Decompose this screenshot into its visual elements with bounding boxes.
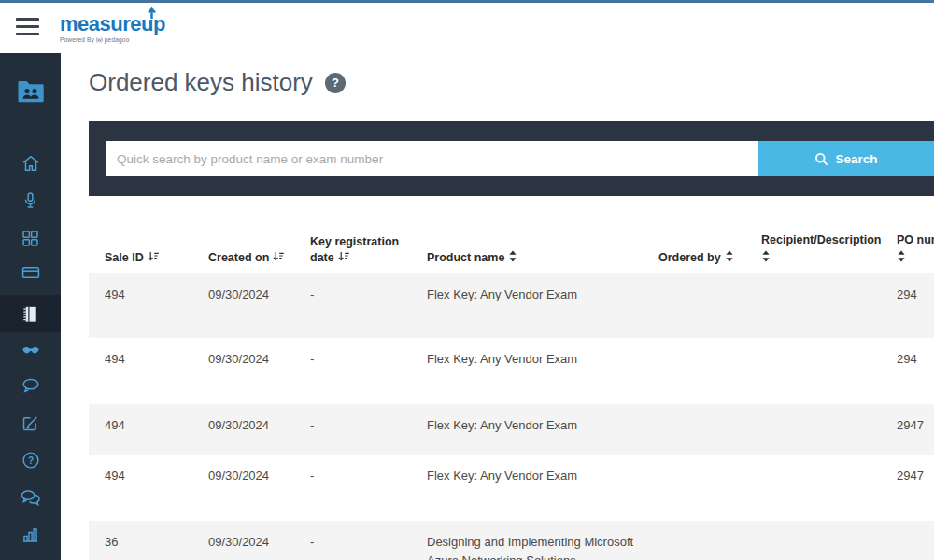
accounts-folder-icon [17,78,45,104]
sort-amount-down-icon [338,251,350,262]
sidebar-item-reports[interactable] [0,516,61,553]
sidebar-item-compose[interactable] [0,404,61,441]
sort-amount-down-icon [273,251,285,262]
sidebar-item-accounts[interactable] [0,70,61,111]
cell-created-on: 09/30/2024 [192,338,294,404]
cell-ordered-by [643,273,745,338]
sidebar-nav: ? [0,53,61,560]
cell-ordered-by [643,455,745,521]
edit-icon [21,413,40,433]
table-row: 494 09/30/2024 - Flex Key: Any Vendor Ex… [89,455,934,521]
credit-card-icon [21,262,41,283]
search-button-label: Search [835,152,877,166]
bar-chart-icon [21,525,40,545]
cell-recipient [745,521,881,560]
cell-sale-id: 494 [89,273,192,338]
column-header-created-on[interactable]: Created on [192,224,294,273]
cell-product-name: Flex Key: Any Vendor Exam [411,455,643,521]
sort-updown-icon [761,250,771,262]
cell-key-registration-date: - [294,404,411,455]
column-header-key-registration-date[interactable]: Key registration date [294,224,411,273]
cell-key-registration-date: - [294,521,411,560]
column-header-po-number[interactable]: PO number [881,224,934,273]
page-title: Ordered keys history [89,68,313,97]
cell-recipient [745,455,881,521]
sidebar-item-ordered-keys[interactable] [0,295,61,332]
cell-po-number: 294 [881,338,934,404]
measureup-logo[interactable]: measureup Powered By ⒲ pedagoo [60,12,165,45]
cell-po-number [881,521,934,560]
top-bar: measureup Powered By ⒲ pedagoo [0,3,934,53]
table-row: 494 09/30/2024 - Flex Key: Any Vendor Ex… [89,404,934,455]
search-icon [814,152,828,166]
cell-product-name: Flex Key: Any Vendor Exam [411,404,643,455]
cell-sale-id: 494 [89,338,192,404]
ordered-keys-table: Sale ID Created on Key registration date… [89,224,934,560]
cell-sale-id: 494 [89,404,192,455]
table-header-row: Sale ID Created on Key registration date… [89,224,934,273]
cell-product-name: Flex Key: Any Vendor Exam [411,273,643,338]
main-content: Ordered keys history ? Search Sale ID Cr… [61,53,934,560]
sidebar-item-help[interactable]: ? [0,441,61,479]
table-row: 494 09/30/2024 - Flex Key: Any Vendor Ex… [89,273,934,338]
cell-key-registration-date: - [294,338,411,404]
search-button[interactable]: Search [758,141,934,176]
logo-up-arrow-icon [147,6,157,20]
cell-created-on: 09/30/2024 [192,521,294,560]
cell-product-name: Designing and Implementing Microsoft Azu… [411,521,643,560]
sidebar-item-billing[interactable] [0,254,61,291]
apps-grid-icon [21,229,40,248]
sidebar-item-messages[interactable] [0,367,61,404]
cell-recipient [745,338,881,404]
column-header-recipient-description[interactable]: Recipient/Description [745,224,881,273]
cell-key-registration-date: - [294,455,411,521]
microphone-icon [21,190,40,211]
comments-icon [20,487,41,509]
search-input[interactable] [106,141,758,176]
sidebar-item-forum[interactable] [0,479,61,516]
sort-updown-icon [725,250,734,262]
cell-po-number: 2947 [881,404,934,455]
cell-sale-id: 36 [89,521,192,560]
svg-text:?: ? [27,455,33,466]
help-icon: ? [21,450,41,470]
cell-sale-id: 494 [89,455,192,521]
sort-updown-icon [897,250,906,262]
cell-po-number: 2947 [881,455,934,521]
column-header-product-name[interactable]: Product name [411,224,643,273]
hamburger-menu-icon[interactable] [16,18,40,38]
cell-ordered-by [643,404,745,455]
home-icon [21,153,41,174]
cell-created-on: 09/30/2024 [192,404,294,455]
mask-icon [21,341,41,361]
cell-created-on: 09/30/2024 [192,455,294,521]
comment-icon [21,375,41,396]
sort-amount-down-icon [148,251,160,262]
cell-created-on: 09/30/2024 [192,273,294,338]
sort-updown-icon [508,250,517,262]
sidebar-item-home[interactable] [0,145,61,182]
sidebar-item-proctoring[interactable] [0,332,61,370]
column-header-ordered-by[interactable]: Ordered by [643,224,745,273]
cell-recipient [745,404,881,455]
cell-ordered-by [643,521,745,560]
sidebar-item-microphone[interactable] [0,182,61,219]
page-help-icon[interactable]: ? [325,73,346,93]
table-row: 494 09/30/2024 - Flex Key: Any Vendor Ex… [89,338,934,404]
cell-key-registration-date: - [294,273,411,338]
search-bar: Search [89,121,934,196]
ordered-keys-book-icon [20,303,41,325]
cell-ordered-by [643,338,745,404]
table-row: 36 09/30/2024 - Designing and Implementi… [89,521,934,560]
column-header-sale-id[interactable]: Sale ID [89,224,192,273]
sidebar-item-apps[interactable] [0,219,61,257]
cell-po-number: 294 [881,273,934,338]
cell-product-name: Flex Key: Any Vendor Exam [411,338,643,404]
logo-tagline: Powered By ⒲ pedagoo [60,36,165,45]
cell-recipient [745,273,881,338]
